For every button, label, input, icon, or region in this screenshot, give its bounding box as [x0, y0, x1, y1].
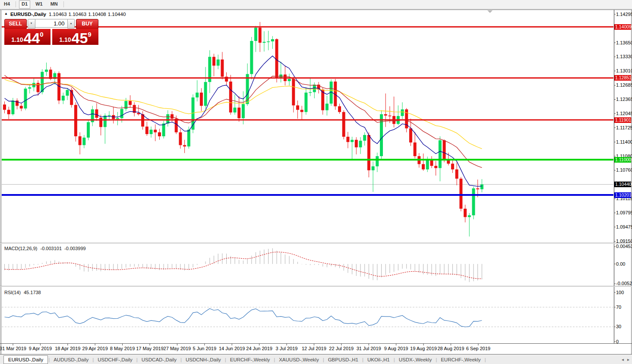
- toolbar-divider: [0, 9, 632, 9]
- date-axis-label: 19 Aug 2019: [410, 346, 437, 351]
- timeframe-button-mn[interactable]: MN: [48, 0, 60, 9]
- date-axis-label: 17 May 2019: [136, 346, 164, 351]
- axis-ticks-layer: [13, 14, 616, 345]
- rsi-tick-label: 70: [616, 305, 621, 310]
- chart-window-left-border-inner: [1, 9, 2, 354]
- tab-usdx-weekly[interactable]: USDX-,Weekly: [395, 357, 435, 363]
- toolbar-separator: [63, 1, 64, 7]
- macd-tick-label: 0.004536: [616, 244, 632, 249]
- tab-gbpusd-h1[interactable]: GBPUSD-,H1: [325, 357, 362, 363]
- tab-usdcnh-daily[interactable]: USDCNH-,Daily: [182, 357, 224, 363]
- buy-price-big: 45: [72, 32, 88, 44]
- price-badge-1.14009: 1.14009: [614, 24, 631, 30]
- sell-price-display[interactable]: 1.10 44 0: [4, 29, 51, 45]
- macd-tick-label: 0.00: [616, 262, 625, 267]
- level-lines-layer: [2, 27, 613, 195]
- macd-signal-value: -0.003999: [64, 246, 86, 251]
- tab-usdcad-daily[interactable]: USDCAD-,Daily: [138, 357, 180, 363]
- tab-ukoil-h1[interactable]: UKOil-,H1: [364, 357, 393, 363]
- price-tick-label: 1.12685: [616, 83, 632, 88]
- tab-eurusd-daily[interactable]: EURUSD-,Daily: [3, 355, 48, 364]
- date-axis-label: 5 Jun 2019: [193, 346, 216, 351]
- moving-average-45: [5, 79, 482, 149]
- macd-tick-label: -0.005205: [616, 281, 632, 286]
- tab-usdchf-daily[interactable]: USDCHF-,Daily: [94, 357, 136, 363]
- rsi-label: RSI(14) 45.1738: [4, 290, 41, 295]
- date-axis-label: 9 Aug 2019: [384, 346, 408, 351]
- date-axis-label: 22 Jul 2019: [329, 346, 354, 351]
- date-axis-label: 9 Apr 2019: [29, 346, 52, 351]
- chart-window-left-border: [0, 9, 0, 354]
- price-badge-1.11901: 1.11901: [614, 117, 631, 123]
- chart-symbol-label: EURUSD-,Daily: [10, 12, 46, 17]
- timeframe-button-h4[interactable]: H4: [1, 0, 13, 9]
- date-axis-label: 28 Aug 2019: [437, 346, 464, 351]
- date-axis-label: 29 Apr 2019: [82, 346, 108, 351]
- date-axis-label: 31 Mar 2019: [0, 346, 26, 351]
- toolbar-separator: [16, 1, 16, 7]
- date-axis-label: 3 Jul 2019: [276, 346, 298, 351]
- tab-audusd-daily[interactable]: AUDUSD-,Daily: [50, 357, 92, 363]
- rsi-value: 45.1738: [24, 290, 41, 295]
- rsi-tick-label: 0: [616, 339, 619, 344]
- tab-eurchf-weekly[interactable]: EURCHF-,Weekly: [437, 357, 484, 363]
- ohlc-high: 1.10463: [69, 12, 87, 17]
- rsi-tick-label: 30: [616, 324, 621, 329]
- moving-average-10: [5, 56, 482, 187]
- chart-title: ▲ EURUSD-,Daily 1.10463 1.10463 1.10408 …: [4, 11, 126, 17]
- tab-separator: |: [136, 357, 138, 362]
- sell-price-sup: 0: [40, 31, 43, 38]
- volume-increase-button[interactable]: ▲: [67, 19, 75, 28]
- moving-average-24: [5, 75, 482, 168]
- date-axis-label: 6 Sep 2019: [466, 346, 490, 351]
- price-tick-label: 1.09795: [616, 210, 632, 215]
- price-badge-1.10440: 1.10440: [614, 182, 631, 187]
- date-axis-label: 31 Jul 2019: [357, 346, 381, 351]
- tab-xauusd-weekly[interactable]: XAUUSD-,Weekly: [275, 357, 322, 363]
- date-axis-label: 12 Jul 2019: [302, 346, 326, 351]
- rsi-panel-divider-light: [0, 286, 632, 287]
- tab-separator: |: [436, 357, 437, 362]
- buy-price-prefix: 1.10: [59, 37, 71, 43]
- tab-separator: |: [92, 357, 94, 362]
- nav-left-icon[interactable]: ◂: [622, 357, 624, 362]
- ohlc-low: 1.10408: [88, 12, 106, 17]
- price-tick-label: 1.13010: [616, 69, 632, 73]
- chart-window-bottom-border: [0, 354, 632, 355]
- chart-tab-bar: EURUSD-,Daily|AUDUSD-,Daily|USDCHF-,Dail…: [0, 355, 632, 364]
- macd-panel-divider-light: [0, 243, 632, 244]
- price-tick-label: 1.09150: [616, 239, 632, 244]
- buy-price-sup: 9: [88, 31, 91, 38]
- buy-price-display[interactable]: 1.10 45 9: [52, 29, 98, 45]
- tab-nav-arrows: ◂▸: [622, 357, 629, 362]
- timeframe-button-w1[interactable]: W1: [33, 0, 45, 9]
- macd-layer: [5, 248, 482, 282]
- collapse-triangle-icon[interactable]: ▲: [4, 12, 8, 16]
- ohlc-close: 1.10440: [108, 12, 126, 17]
- tab-separator: |: [180, 357, 182, 362]
- tab-eurchf-weekly[interactable]: EURCHF-,Weekly: [227, 357, 273, 363]
- buy-button[interactable]: BUY: [76, 19, 98, 29]
- chart-shift-marker-icon[interactable]: [487, 10, 493, 13]
- date-axis-label: 24 Jun 2019: [246, 346, 272, 351]
- date-axis-label: 18 Apr 2019: [55, 346, 80, 351]
- sell-price-prefix: 1.10: [11, 37, 23, 43]
- volume-input[interactable]: [35, 19, 67, 28]
- price-badge-1.12851: 1.12851: [614, 75, 631, 81]
- tab-separator: |: [394, 357, 395, 362]
- nav-right-icon[interactable]: ▸: [627, 357, 629, 362]
- volume-decrease-button[interactable]: ▼: [28, 19, 35, 28]
- sell-price-big: 44: [24, 32, 40, 44]
- candles-layer: [3, 22, 483, 236]
- tab-separator: |: [362, 357, 363, 362]
- sell-button[interactable]: SELL: [4, 19, 27, 29]
- timeframe-button-d1[interactable]: D1: [19, 0, 30, 9]
- mt4-chart-window: H4D1W1MN ▲ EURUSD-,Daily 1.10463 1.10463…: [0, 0, 632, 364]
- price-tick-label: 1.11725: [616, 126, 632, 130]
- price-tick-label: 1.13330: [616, 54, 632, 59]
- ohlc-open: 1.10463: [49, 12, 67, 17]
- date-axis-divider: [0, 343, 632, 344]
- date-axis-label: 14 Jun 2019: [219, 346, 245, 351]
- date-axis-label: 27 May 2019: [164, 346, 191, 351]
- price-badge-1.10201: 1.10201: [614, 192, 631, 198]
